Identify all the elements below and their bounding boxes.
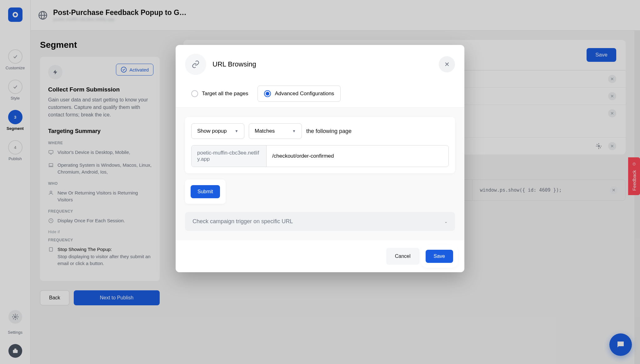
- rule-box: Show popup▼ Matches▼ the following page …: [185, 117, 455, 173]
- select-action[interactable]: Show popup▼: [191, 123, 244, 139]
- url-browsing-modal: URL Browsing ✕ Target all the pages Adva…: [176, 45, 464, 272]
- modal-close-button[interactable]: ✕: [439, 56, 455, 72]
- chevron-down-icon: ▼: [292, 129, 296, 133]
- modal-overlay[interactable]: URL Browsing ✕ Target all the pages Adva…: [0, 0, 640, 364]
- cancel-button[interactable]: Cancel: [386, 248, 419, 265]
- modal-save-button[interactable]: Save: [426, 250, 453, 263]
- radio-icon: [264, 90, 271, 97]
- url-prefix: poetic-muffin-cbc3ee.netlify.app: [192, 145, 267, 167]
- collapse-check-trigger[interactable]: Check campaign trigger on specific URL ⌄: [185, 212, 455, 231]
- modal-title: URL Browsing: [212, 60, 432, 68]
- url-path-input[interactable]: [267, 145, 448, 167]
- radio-advanced[interactable]: Advanced Configurations: [258, 86, 341, 102]
- radio-target-all[interactable]: Target all the pages: [185, 86, 254, 102]
- radio-icon: [191, 90, 198, 97]
- chevron-down-icon: ▼: [235, 129, 238, 133]
- select-matcher[interactable]: Matches▼: [249, 123, 302, 139]
- chevron-down-icon: ⌄: [444, 219, 448, 224]
- following-text: the following page: [306, 128, 352, 135]
- link-icon: [185, 54, 206, 75]
- submit-button[interactable]: Submit: [191, 185, 220, 198]
